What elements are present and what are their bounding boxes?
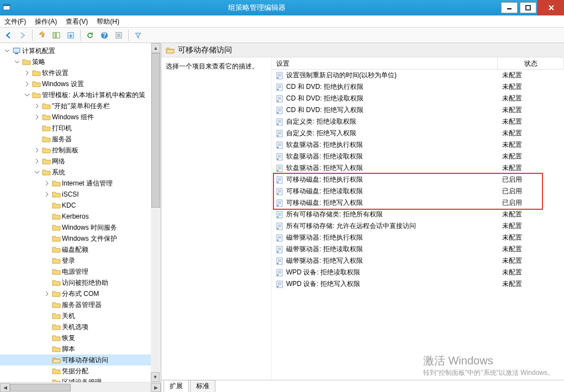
minimize-button[interactable] [501,2,518,13]
expand-icon[interactable] [33,157,41,165]
list-row[interactable]: CD 和 DVD: 拒绝读取权限未配置 [272,93,564,104]
tree-item[interactable]: "开始"菜单和任务栏 [0,100,161,112]
tree-item[interactable]: 凭据分配 [0,365,161,377]
menu-view[interactable]: 查看(V) [61,15,92,28]
collapse-icon[interactable] [13,58,21,66]
tree-item[interactable]: 电源管理 [0,266,161,277]
tree-vertical-scrollbar[interactable]: ▲ ▼ [151,43,161,382]
list-row[interactable]: 磁带驱动器: 拒绝执行权限未配置 [272,232,564,243]
menu-action[interactable]: 操作(A) [30,15,61,28]
back-button[interactable] [2,29,14,41]
tree-item[interactable]: 服务器管理器 [0,299,161,310]
list-row[interactable]: 所有可移动存储: 允许在远程会话中直接访问未配置 [272,220,564,232]
tree-item[interactable]: Windows 组件 [0,112,161,123]
list-row[interactable]: 自定义类: 拒绝写入权限未配置 [272,128,564,139]
tree-item[interactable]: 登录 [0,255,161,266]
tree-item[interactable]: Kerberos [0,211,161,222]
menu-file[interactable]: 文件(F) [0,15,30,28]
tree-item[interactable]: 系统 [0,167,161,178]
tree-item[interactable]: 网络 [0,156,161,167]
tree-item[interactable]: Windows 文件保护 [0,233,161,244]
tree[interactable]: 计算机配置策略软件设置Windows 设置管理模板: 从本地计算机中检索的策"开… [0,45,161,382]
menu-help[interactable]: 帮助(H) [92,15,124,28]
list-row[interactable]: 磁带驱动器: 拒绝写入权限未配置 [272,255,564,267]
scroll-up-button[interactable]: ▲ [151,43,160,53]
maximize-button[interactable] [520,2,536,13]
close-button[interactable] [537,0,564,15]
tree-item[interactable]: 恢复 [0,332,161,343]
list-row[interactable]: 设置强制重新启动的时间(以秒为单位)未配置 [272,70,564,81]
scroll-down-button[interactable]: ▼ [151,372,160,382]
up-button[interactable] [36,29,48,41]
content-panes: 计算机配置策略软件设置Windows 设置管理模板: 从本地计算机中检索的策"开… [0,43,564,392]
expand-icon[interactable] [23,69,31,77]
setting-name: WPD 设备: 拒绝读取权限 [286,268,498,277]
scroll-right-button[interactable]: ▶ [151,383,161,392]
tree-item[interactable]: 访问被拒绝协助 [0,277,161,288]
tree-item[interactable]: 服务器 [0,134,161,145]
tree-item[interactable]: 管理模板: 从本地计算机中检索的策 [0,89,161,100]
collapse-icon[interactable] [3,47,11,55]
expand-icon[interactable] [33,113,41,121]
column-status[interactable]: 状态 [498,57,564,69]
setting-name: CD 和 DVD: 拒绝读取权限 [286,94,498,103]
collapse-icon[interactable] [33,168,41,176]
tree-item[interactable]: 关机选项 [0,321,161,332]
refresh-button[interactable] [84,29,96,41]
help-button[interactable]: ? [98,29,110,41]
tree-item[interactable]: 打印机 [0,123,161,134]
list-row[interactable]: 可移动磁盘: 拒绝读取权限已启用 [272,186,564,197]
expand-icon[interactable] [33,102,41,110]
svg-rect-6 [53,33,56,38]
expand-icon[interactable] [23,80,31,88]
list-row[interactable]: 磁带驱动器: 拒绝读取权限未配置 [272,243,564,255]
tree-item[interactable]: 软件设置 [0,67,161,78]
tree-item[interactable]: 控制面板 [0,145,161,156]
properties-button[interactable] [113,29,125,41]
tree-item[interactable]: Windows 设置 [0,78,161,89]
tree-item[interactable]: 策略 [0,56,161,67]
list-row[interactable]: 可移动磁盘: 拒绝执行权限已启用 [272,174,564,186]
scroll-thumb[interactable] [151,53,160,208]
list-row[interactable]: CD 和 DVD: 拒绝写入权限未配置 [272,104,564,116]
tree-item[interactable]: 关机 [0,310,161,321]
tree-item[interactable]: KDC [0,200,161,211]
column-setting[interactable]: 设置 [272,57,498,69]
tree-item[interactable]: Internet 通信管理 [0,178,161,189]
setting-status: 未配置 [498,129,564,138]
list-row[interactable]: 软盘驱动器: 拒绝执行权限未配置 [272,139,564,151]
list-row[interactable]: 软盘驱动器: 拒绝写入权限未配置 [272,162,564,174]
expand-icon[interactable] [33,146,41,154]
tree-item[interactable]: iSCSI [0,189,161,200]
collapse-icon[interactable] [23,91,31,99]
tree-item[interactable]: 计算机配置 [0,45,161,56]
tree-item[interactable]: 脚本 [0,343,161,354]
scroll-thumb[interactable] [10,384,71,391]
filter-button[interactable] [132,29,144,41]
tree-horizontal-scrollbar[interactable]: ◀ ▶ [0,382,161,392]
tree-item[interactable]: 分布式 COM [0,288,161,299]
tree-item[interactable]: 可移动存储访问 [0,354,161,365]
tab-standard[interactable]: 标准 [190,380,215,392]
tree-item[interactable]: 区域设备管理 [0,377,161,382]
list-row[interactable]: WPD 设备: 拒绝写入权限未配置 [272,278,564,290]
setting-status: 未配置 [498,245,564,254]
list-row[interactable]: 所有可移动存储类: 拒绝所有权限未配置 [272,209,564,220]
list-row[interactable]: 可移动磁盘: 拒绝写入权限已启用 [272,197,564,209]
list-row[interactable]: CD 和 DVD: 拒绝执行权限未配置 [272,81,564,93]
show-hide-tree-button[interactable] [50,29,62,41]
details-pane: 可移动存储访问 选择一个项目来查看它的描述。 设置 状态 设置强制重新启动的时间… [161,43,564,392]
list-row[interactable]: 软盘驱动器: 拒绝读取权限未配置 [272,151,564,162]
scroll-left-button[interactable]: ◀ [0,383,10,392]
list-row[interactable]: WPD 设备: 拒绝读取权限未配置 [272,267,564,278]
expand-icon[interactable] [43,290,51,298]
tree-item-label: Windows 设置 [42,78,87,89]
forward-button[interactable] [17,29,29,41]
list-row[interactable]: 自定义类: 拒绝读取权限未配置 [272,116,564,128]
export-list-button[interactable] [65,29,77,41]
tree-item[interactable]: 磁盘配额 [0,244,161,255]
tab-extended[interactable]: 扩展 [164,380,189,392]
expand-icon[interactable] [43,190,51,198]
tree-item[interactable]: Windows 时间服务 [0,222,161,233]
expand-icon[interactable] [43,179,51,187]
